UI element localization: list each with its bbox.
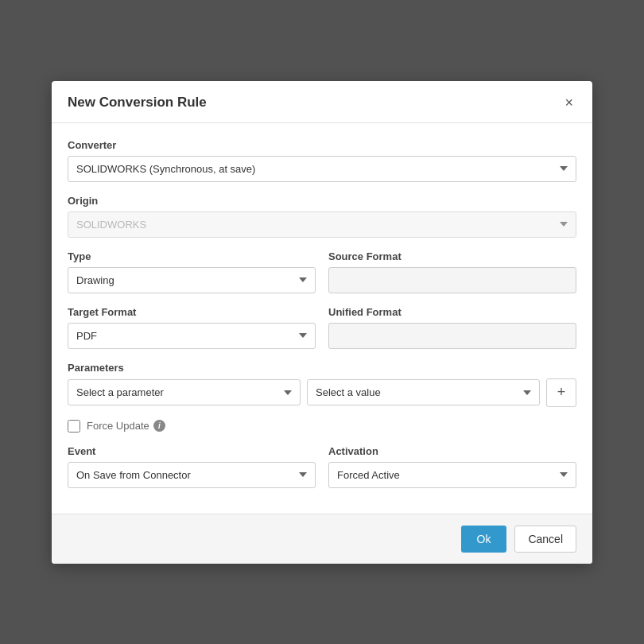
add-parameter-button[interactable]: + <box>546 378 576 407</box>
target-format-group: Target Format PDF <box>68 306 316 349</box>
parameters-row: Select a parameter Select a value + <box>68 378 576 407</box>
unified-format-group: Unified Format PDF <box>328 306 576 349</box>
dialog-footer: Ok Cancel <box>52 514 592 564</box>
force-update-checkbox[interactable] <box>68 420 80 433</box>
parameters-group: Parameters Select a parameter Select a v… <box>68 362 576 407</box>
type-source-row: Type Drawing Source Format SLDDRW <box>68 250 576 306</box>
target-unified-row: Target Format PDF Unified Format PDF <box>68 306 576 362</box>
force-update-label: Force Update i <box>87 420 165 432</box>
type-group: Type Drawing <box>68 250 316 293</box>
type-select[interactable]: Drawing <box>68 267 316 293</box>
event-label: Event <box>68 445 316 457</box>
dialog-header: New Conversion Rule × <box>52 81 592 123</box>
source-format-input: SLDDRW <box>328 267 576 293</box>
converter-group: Converter SOLIDWORKS (Synchronous, at sa… <box>68 139 576 182</box>
value-select[interactable]: Select a value <box>307 379 540 405</box>
dialog: New Conversion Rule × Converter SOLIDWOR… <box>52 81 592 564</box>
parameters-label: Parameters <box>68 362 576 374</box>
origin-label: Origin <box>68 195 576 207</box>
origin-select[interactable]: SOLIDWORKS <box>68 211 576 238</box>
ok-button[interactable]: Ok <box>461 526 507 553</box>
event-select[interactable]: On Save from Connector <box>68 462 316 488</box>
unified-format-input: PDF <box>328 323 576 349</box>
target-format-label: Target Format <box>68 306 316 318</box>
event-activation-row: Event On Save from Connector Activation … <box>68 445 576 501</box>
origin-group: Origin SOLIDWORKS <box>68 195 576 238</box>
event-group: Event On Save from Connector <box>68 445 316 488</box>
activation-group: Activation Forced Active <box>328 445 576 488</box>
converter-label: Converter <box>68 139 576 151</box>
cancel-button[interactable]: Cancel <box>514 526 576 553</box>
info-icon: i <box>153 420 165 432</box>
target-format-select[interactable]: PDF <box>68 323 316 349</box>
converter-select[interactable]: SOLIDWORKS (Synchronous, at save) <box>68 156 576 182</box>
activation-label: Activation <box>328 445 576 457</box>
dialog-title: New Conversion Rule <box>68 95 207 111</box>
unified-format-label: Unified Format <box>328 306 576 318</box>
type-label: Type <box>68 250 316 262</box>
force-update-row: Force Update i <box>68 420 576 433</box>
source-format-label: Source Format <box>328 250 576 262</box>
source-format-group: Source Format SLDDRW <box>328 250 576 293</box>
dialog-body: Converter SOLIDWORKS (Synchronous, at sa… <box>52 123 592 514</box>
activation-select[interactable]: Forced Active <box>328 462 576 488</box>
parameter-select[interactable]: Select a parameter <box>68 379 301 405</box>
close-button[interactable]: × <box>561 94 576 111</box>
dialog-overlay: New Conversion Rule × Converter SOLIDWOR… <box>0 0 644 644</box>
